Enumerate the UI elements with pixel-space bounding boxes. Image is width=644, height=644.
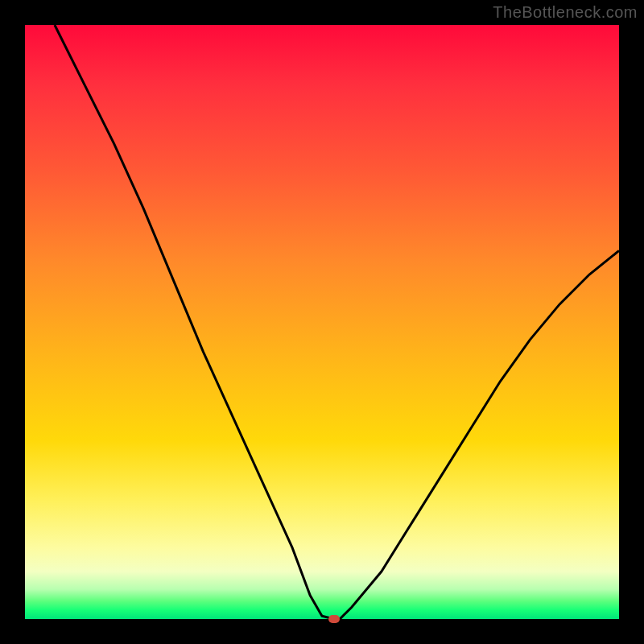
watermark-text: TheBottleneck.com (493, 3, 638, 22)
optimum-marker (328, 615, 340, 623)
chart-stage: TheBottleneck.com (0, 0, 644, 644)
bottleneck-curve-path (55, 25, 619, 619)
curve-svg (25, 25, 619, 619)
